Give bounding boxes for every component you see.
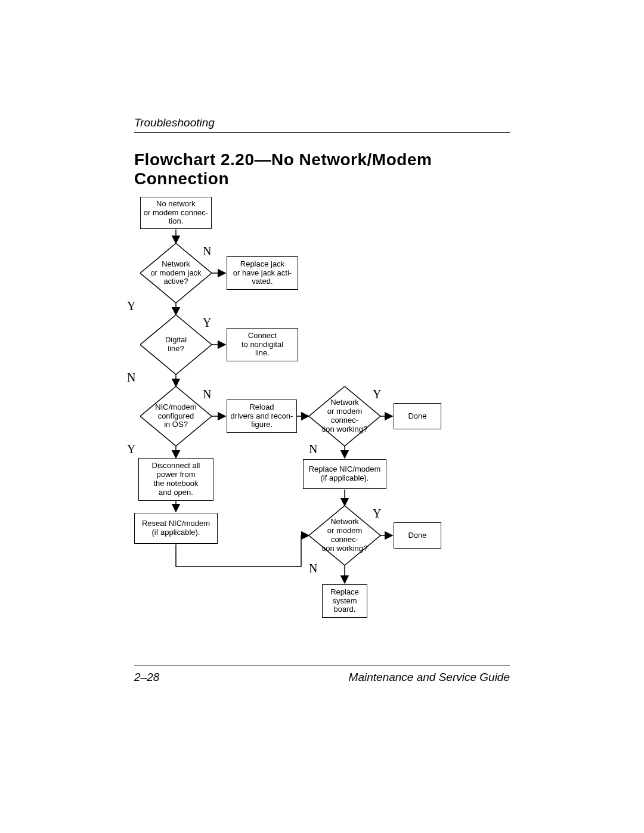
footer-rule — [134, 665, 510, 665]
replace-sys-text: Replace system board. — [330, 588, 359, 615]
label-n: N — [309, 562, 317, 575]
decision-configured: NIC/modem configured in OS? — [140, 386, 212, 446]
label-n: N — [203, 244, 211, 258]
process-replace-nic: Replace NIC/modem (if applicable). — [303, 459, 386, 489]
decision-jack-text: Network or modem jack active? — [149, 260, 203, 287]
terminal-done-2: Done — [394, 522, 441, 549]
reseat-text: Reseat NIC/modem (if applicable). — [142, 519, 210, 537]
footer-guide-title: Maintenance and Service Guide — [349, 671, 510, 684]
terminal-done-1: Done — [394, 403, 441, 429]
process-replace-jack: Replace jack or have jack acti- vated. — [227, 256, 298, 290]
decision-digital-text: Digital line? — [149, 336, 203, 354]
decision-configured-text: NIC/modem configured in OS? — [149, 403, 203, 430]
header-rule — [134, 132, 510, 133]
label-y: Y — [127, 299, 135, 313]
start-node: No network or modem connec- tion. — [140, 197, 212, 229]
label-y: Y — [127, 442, 135, 456]
decision-jack-active: Network or modem jack active? — [140, 243, 212, 303]
process-replace-jack-text: Replace jack or have jack acti- vated. — [233, 260, 292, 287]
done2-text: Done — [408, 531, 426, 540]
label-y: Y — [373, 507, 381, 521]
process-reload-drivers: Reload drivers and recon- figure. — [227, 400, 297, 433]
label-n: N — [127, 371, 135, 385]
process-reload-text: Reload drivers and recon- figure. — [231, 403, 293, 430]
process-reseat-nic: Reseat NIC/modem (if applicable). — [134, 513, 218, 544]
process-replace-system-board: Replace system board. — [322, 584, 367, 618]
process-disconnect-power: Disconnect all power from the notebook a… — [138, 458, 213, 501]
decision-working-2: Network or modem connec- tion working? — [309, 506, 380, 565]
label-n: N — [203, 388, 211, 401]
process-connect-nondigital: Connect to nondigital line. — [227, 328, 298, 361]
section-header: Troubleshooting — [134, 116, 215, 129]
document-page: Troubleshooting Flowchart 2.20—No Networ… — [0, 0, 644, 833]
start-text: No network or modem connec- tion. — [144, 200, 208, 227]
replace-nic-text: Replace NIC/modem (if applicable). — [309, 465, 381, 483]
decision-working2-text: Network or modem connec- tion working? — [318, 518, 371, 553]
flowchart-title: Flowchart 2.20—No Network/Modem Connecti… — [134, 150, 432, 188]
decision-working1-text: Network or modem connec- tion working? — [318, 398, 371, 434]
label-n: N — [309, 442, 317, 456]
done1-text: Done — [408, 412, 426, 421]
footer-page-number: 2–28 — [134, 671, 159, 684]
decision-working-1: Network or modem connec- tion working? — [309, 386, 380, 446]
flowchart-canvas: No network or modem connec- tion. Networ… — [134, 197, 522, 656]
disconnect-text: Disconnect all power from the notebook a… — [152, 462, 200, 497]
label-y: Y — [203, 316, 211, 330]
decision-digital-line: Digital line? — [140, 315, 212, 374]
process-nondigital-text: Connect to nondigital line. — [242, 332, 283, 358]
label-y: Y — [373, 388, 381, 401]
